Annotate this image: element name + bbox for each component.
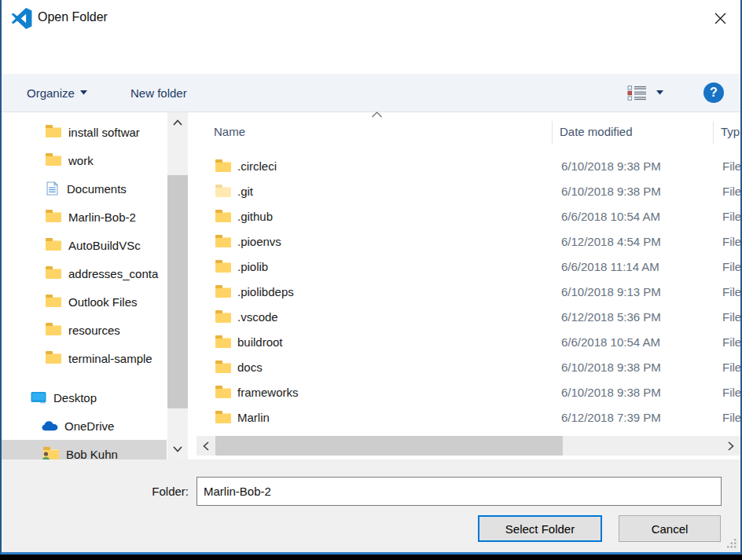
file-row-buildroot[interactable]: buildroot 6/6/2018 10:54 AM File (197, 330, 740, 355)
scroll-left-button[interactable] (197, 436, 215, 456)
user-folder-icon (42, 449, 60, 459)
sidebar-item-resources[interactable]: resources (2, 316, 167, 344)
folder-icon (215, 237, 231, 247)
file-date: 6/12/2018 7:39 PM (561, 405, 661, 430)
sidebar-item-terminal-sample[interactable]: terminal-sample (2, 344, 167, 372)
file-row-marlin[interactable]: Marlin 6/12/2018 7:39 PM File (197, 405, 740, 430)
sidebar-scrollbar[interactable] (167, 112, 188, 459)
column-header-type[interactable]: Type (721, 125, 742, 138)
file-name: buildroot (237, 330, 283, 355)
folder-icon (46, 353, 61, 364)
file-list: Name Date modified Type .circleci 6/10/2… (197, 112, 740, 459)
title-bar: Open Folder (2, 0, 740, 38)
sidebar-item-install-softwar[interactable]: install softwar (2, 118, 167, 146)
sidebar-item-label: Documents (67, 182, 167, 196)
file-date: 6/6/2018 10:54 AM (561, 330, 660, 355)
sidebar-item-marlin-bob-2[interactable]: Marlin-Bob-2 (2, 203, 167, 231)
column-header-name[interactable]: Name (214, 125, 245, 138)
sidebar-item-addresses-conta[interactable]: addresses_conta (2, 259, 167, 287)
file-type: File (722, 254, 741, 280)
folder-name-input[interactable] (197, 477, 722, 506)
scroll-down-button[interactable] (167, 439, 188, 459)
file-name: docs (237, 355, 263, 380)
folder-icon (215, 413, 231, 423)
folder-icon (215, 363, 231, 373)
resize-grip[interactable] (726, 538, 737, 549)
sidebar-item-label: work (68, 154, 167, 167)
folder-icon (215, 262, 231, 273)
sidebar-item-label: terminal-sample (68, 352, 167, 365)
open-folder-dialog: Open Folder ← → ↑ « GitHub › Marlin-Bob-… (0, 0, 742, 555)
file-type: File (722, 330, 741, 355)
select-folder-button[interactable]: Select Folder (478, 515, 602, 542)
list-horizontal-scrollbar[interactable] (197, 436, 740, 456)
file-name: .github (237, 204, 273, 229)
folder-icon (46, 297, 61, 307)
folder-field-label: Folder: (119, 485, 189, 498)
file-row-piolibdeps[interactable]: .piolibdeps 6/10/2018 9:13 PM File (197, 280, 740, 305)
folder-icon (215, 212, 231, 222)
file-name: .piolibdeps (237, 280, 294, 305)
window-title: Open Folder (38, 10, 108, 24)
column-header-date-modified[interactable]: Date modified (560, 125, 633, 138)
scroll-up-button[interactable] (167, 112, 188, 133)
file-name: Marlin (237, 405, 270, 430)
command-bar: Organize New folder ? (2, 74, 740, 112)
file-row-git[interactable]: .git 6/10/2018 9:38 PM File (197, 179, 740, 204)
file-type: File (722, 204, 741, 229)
file-date: 6/10/2018 9:38 PM (561, 355, 661, 380)
file-row-circleci[interactable]: .circleci 6/10/2018 9:38 PM File (197, 154, 740, 179)
sidebar-item-bob-kuhn[interactable]: Bob Kuhn (2, 440, 167, 459)
file-date: 6/12/2018 5:36 PM (561, 305, 661, 330)
sidebar-item-autobuildvsc[interactable]: AutoBuildVSc (2, 231, 167, 259)
file-date: 6/10/2018 9:38 PM (561, 179, 661, 204)
file-row-frameworks[interactable]: frameworks 6/10/2018 9:38 PM File (197, 380, 740, 405)
sidebar-item-label: OneDrive (64, 419, 167, 433)
file-type: File (722, 179, 741, 204)
column-divider[interactable] (552, 121, 553, 145)
folder-icon (215, 162, 231, 172)
sidebar-item-label: Marlin-Bob-2 (68, 210, 167, 224)
file-row-piolib[interactable]: .piolib 6/6/2018 11:14 AM File (197, 254, 740, 280)
folder-icon (46, 156, 61, 166)
change-view-button[interactable] (627, 74, 663, 112)
file-name: .piolib (237, 254, 268, 280)
file-type: File (722, 229, 741, 254)
file-name: .pioenvs (237, 229, 281, 254)
help-button[interactable]: ? (703, 82, 724, 103)
scroll-right-button[interactable] (722, 436, 740, 456)
sidebar-item-label: install softwar (68, 126, 167, 139)
sidebar-item-onedrive[interactable]: OneDrive (2, 412, 167, 440)
file-row-github[interactable]: .github 6/6/2018 10:54 AM File (197, 204, 740, 229)
sidebar-scrollbar-thumb[interactable] (167, 175, 188, 408)
close-icon (714, 13, 726, 24)
horizontal-scrollbar-thumb[interactable] (215, 436, 563, 456)
file-row-docs[interactable]: docs 6/10/2018 9:38 PM File (197, 355, 740, 380)
folder-icon (46, 269, 61, 279)
folder-icon (46, 240, 61, 251)
chevron-right-icon (728, 441, 734, 451)
folder-icon (46, 127, 61, 137)
file-date: 6/10/2018 9:38 PM (561, 380, 661, 405)
file-row-pioenvs[interactable]: .pioenvs 6/12/2018 4:54 PM File (197, 229, 740, 254)
organize-menu[interactable]: Organize (27, 74, 87, 112)
new-folder-button[interactable]: New folder (130, 74, 187, 112)
vscode-logo-icon (11, 8, 32, 29)
column-headers: Name Date modified Type (197, 119, 740, 146)
cancel-button[interactable]: Cancel (619, 515, 721, 542)
folder-icon (215, 338, 231, 348)
chevron-up-icon (173, 119, 182, 126)
chevron-left-icon (203, 441, 209, 451)
file-date: 6/12/2018 4:54 PM (561, 229, 661, 254)
file-type: File (722, 280, 741, 305)
sidebar-item-work[interactable]: work (2, 146, 167, 174)
sidebar-item-desktop[interactable]: Desktop (2, 383, 167, 412)
sidebar-item-outlook-files[interactable]: Outlook Files (2, 287, 167, 316)
folder-icon (46, 212, 61, 222)
close-button[interactable] (703, 3, 737, 33)
folder-icon (46, 325, 61, 335)
sidebar-item-documents[interactable]: Documents (2, 174, 167, 203)
file-row-vscode[interactable]: .vscode 6/12/2018 5:36 PM File (197, 305, 740, 330)
navigation-pane: install softwar work Documents Marlin-Bo… (2, 112, 167, 459)
column-divider[interactable] (713, 121, 714, 145)
